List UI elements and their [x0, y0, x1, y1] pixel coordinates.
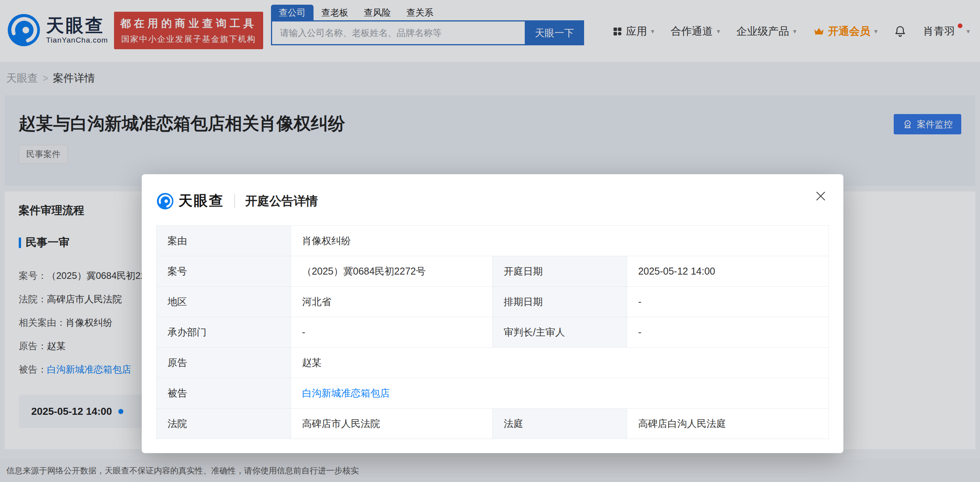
modal-header: 天眼查 开庭公告详情 — [142, 174, 843, 224]
hearing-announcement-modal: 天眼查 开庭公告详情 案由 肖像权纠纷 案号 （2025）冀0684民初2272… — [142, 174, 843, 453]
cell-label: 法庭 — [492, 409, 627, 439]
table-row: 案号 （2025）冀0684民初2272号 开庭日期 2025-05-12 14… — [157, 256, 829, 287]
defendant-company-link[interactable]: 白沟新城准恋箱包店 — [291, 378, 829, 409]
cell-label: 开庭日期 — [492, 256, 627, 287]
cell-label: 原告 — [157, 348, 291, 378]
cell-value: - — [627, 287, 829, 317]
table-row: 地区 河北省 排期日期 - — [157, 287, 829, 317]
cell-label: 被告 — [157, 378, 291, 409]
cell-value: - — [291, 317, 493, 348]
cell-value: 赵某 — [291, 348, 829, 378]
cell-value: 高碑店市人民法院 — [291, 409, 493, 439]
table-row: 法院 高碑店市人民法院 法庭 高碑店白沟人民法庭 — [157, 409, 829, 439]
cell-value: 河北省 — [291, 287, 493, 317]
modal-title: 开庭公告详情 — [245, 193, 318, 209]
close-icon[interactable] — [812, 187, 829, 205]
cell-label: 法院 — [157, 409, 291, 439]
hearing-detail-table: 案由 肖像权纠纷 案号 （2025）冀0684民初2272号 开庭日期 2025… — [156, 225, 829, 439]
cell-value: （2025）冀0684民初2272号 — [291, 256, 493, 287]
cell-value: 2025-05-12 14:00 — [627, 256, 829, 287]
cell-label: 案由 — [157, 226, 291, 256]
cell-value: 肖像权纠纷 — [291, 226, 829, 256]
tianyancha-logo-icon — [157, 193, 174, 210]
table-row: 承办部门 - 审判长/主审人 - — [157, 317, 829, 348]
cell-label: 承办部门 — [157, 317, 291, 348]
cell-label: 审判长/主审人 — [492, 317, 627, 348]
cell-value: - — [627, 317, 829, 348]
divider — [234, 194, 235, 208]
cell-label: 排期日期 — [492, 287, 627, 317]
cell-label: 案号 — [157, 256, 291, 287]
cell-value: 高碑店白沟人民法庭 — [627, 409, 829, 439]
modal-brand-name: 天眼查 — [178, 191, 224, 211]
table-row: 原告 赵某 — [157, 348, 829, 378]
table-row: 案由 肖像权纠纷 — [157, 226, 829, 256]
table-row: 被告 白沟新城准恋箱包店 — [157, 378, 829, 409]
cell-label: 地区 — [157, 287, 291, 317]
